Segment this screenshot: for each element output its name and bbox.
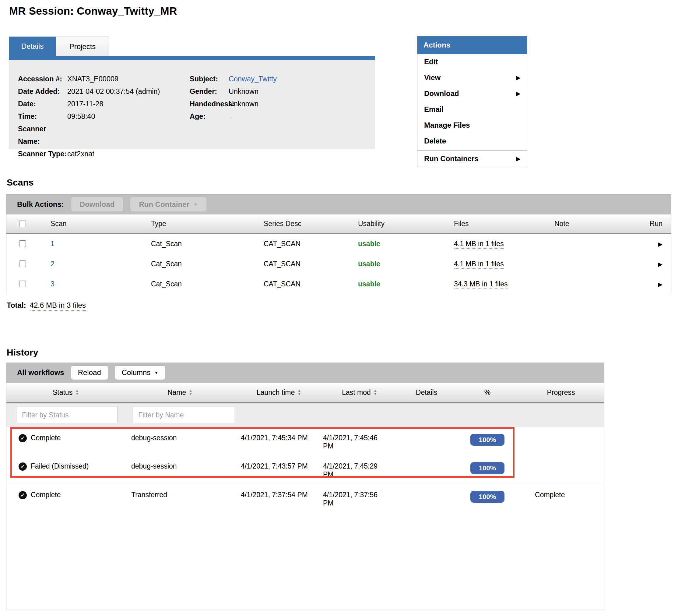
- filter-name-input[interactable]: [133, 407, 234, 423]
- action-view[interactable]: View ▶: [417, 70, 527, 86]
- action-delete[interactable]: Delete: [417, 133, 527, 149]
- scan-select-cell: [6, 261, 44, 267]
- field-label: Age:: [190, 110, 229, 123]
- actions-menu-main: Actions Edit View ▶ Download ▶ Email Man…: [417, 36, 527, 149]
- tab-details[interactable]: Details: [9, 37, 56, 56]
- scans-col-scan: Scan: [44, 220, 145, 228]
- field-label: Handedness:: [190, 98, 229, 110]
- scan-select-cell: [6, 240, 44, 247]
- bulk-download-button[interactable]: Download: [71, 197, 123, 212]
- columns-label: Columns: [122, 368, 151, 377]
- history-toolbar: All workflows Reload Columns ▼: [6, 362, 604, 383]
- status-check-icon: ✓: [19, 462, 27, 471]
- scan-checkbox[interactable]: [19, 281, 26, 287]
- progress-cell: Complete: [518, 484, 604, 499]
- history-col-launch-time[interactable]: Launch time ▲▼: [235, 389, 323, 397]
- field-label: Scanner Name:: [18, 123, 67, 148]
- col-label: Last mod: [342, 389, 371, 397]
- scan-table-row: 2 Cat_Scan CAT_SCAN usable 4.1 MB in 1 f…: [6, 254, 671, 274]
- status-text: Complete: [31, 491, 61, 499]
- scan-usability: usable: [358, 260, 380, 268]
- scans-bulk-actions-bar: Bulk Actions: Download Run Container ▼: [6, 194, 671, 215]
- action-manage-files[interactable]: Manage Files: [417, 117, 527, 133]
- history-filter-row: [6, 403, 604, 427]
- col-label: Launch time: [257, 389, 295, 397]
- launch-time: 4/1/2021, 7:43:57 PM: [235, 456, 323, 470]
- run-scan-icon[interactable]: ▶: [658, 281, 662, 288]
- action-edit[interactable]: Edit: [417, 54, 527, 70]
- history-col-percent: %: [457, 389, 518, 397]
- tab-projects[interactable]: Projects: [56, 37, 109, 56]
- bulk-run-container-button[interactable]: Run Container ▼: [130, 197, 206, 212]
- field-value: 2017-11-28: [67, 98, 103, 110]
- field-label: Date Added:: [18, 85, 67, 98]
- scan-id-link[interactable]: 2: [50, 260, 54, 268]
- scan-id-link[interactable]: 1: [50, 240, 54, 248]
- field-value: Unknown: [229, 85, 258, 98]
- scans-panel: Bulk Actions: Download Run Container ▼ S…: [6, 194, 671, 294]
- percent-badge: 100%: [470, 491, 504, 503]
- history-panel: All workflows Reload Columns ▼ Status ▲▼…: [6, 362, 604, 610]
- scan-checkbox[interactable]: [19, 240, 26, 247]
- sort-icon: ▲▼: [75, 389, 79, 396]
- scan-checkbox[interactable]: [19, 261, 26, 267]
- submenu-arrow-icon: ▶: [516, 90, 520, 97]
- details-cell: [396, 484, 457, 491]
- scan-files-link[interactable]: 34.3 MB in 1 files: [454, 280, 507, 289]
- scan-series-desc: CAT_SCAN: [257, 240, 352, 248]
- scan-files-link[interactable]: 4.1 MB in 1 files: [454, 260, 504, 269]
- field-value: --: [229, 110, 233, 123]
- run-scan-icon[interactable]: ▶: [658, 241, 662, 247]
- scan-id-link[interactable]: 3: [50, 280, 54, 288]
- field-date-added: Date Added: 2021-04-02 00:37:54 (admin): [18, 85, 182, 98]
- chevron-down-icon: ▼: [193, 202, 198, 207]
- filter-status-input[interactable]: [17, 407, 118, 423]
- history-col-name[interactable]: Name ▲▼: [125, 389, 235, 397]
- workflow-name: debug-session: [125, 427, 235, 442]
- tab-accent-strip: [9, 56, 375, 60]
- scans-col-run: Run: [649, 220, 671, 228]
- col-label: Progress: [547, 389, 575, 397]
- scan-usability: usable: [358, 240, 380, 248]
- select-all-checkbox[interactable]: [19, 221, 26, 227]
- status-text: Failed (Dismissed): [31, 462, 89, 470]
- action-label: Manage Files: [424, 121, 470, 130]
- reload-button[interactable]: Reload: [71, 365, 108, 380]
- launch-time: 4/1/2021, 7:45:34 PM: [235, 427, 323, 442]
- scan-select-cell: [6, 281, 44, 287]
- action-download[interactable]: Download ▶: [417, 86, 527, 102]
- columns-button[interactable]: Columns ▼: [115, 365, 166, 380]
- history-col-last-mod[interactable]: Last mod ▲▼: [323, 389, 396, 397]
- select-all-cell: [6, 221, 44, 227]
- page-title: MR Session: Conway_Twitty_MR: [9, 5, 177, 17]
- field-date: Date: 2017-11-28: [18, 98, 182, 110]
- field-label: Scanner Type:: [18, 148, 67, 160]
- field-accession: Accession #: XNAT3_E00009: [18, 73, 182, 85]
- sort-icon: ▲▼: [297, 389, 301, 396]
- percent-badge: 100%: [470, 462, 504, 474]
- field-age: Age: --: [190, 110, 360, 123]
- history-col-status[interactable]: Status ▲▼: [6, 389, 125, 397]
- details-right-column: Subject: Conway_Twitty Gender: Unknown H…: [190, 73, 360, 123]
- scan-usability: usable: [358, 280, 380, 288]
- last-mod: 4/1/2021, 7:45:46 PM: [323, 427, 396, 450]
- action-run-containers[interactable]: Run Containers ▶: [417, 151, 527, 167]
- tab-bar: Details Projects: [9, 37, 109, 56]
- bulk-actions-label: Bulk Actions:: [17, 200, 64, 209]
- bulk-run-container-label: Run Container: [139, 200, 189, 209]
- total-files-link[interactable]: 42.6 MB in 3 files: [30, 301, 86, 311]
- field-scanner-type: Scanner Type: cat2xnat: [18, 148, 182, 160]
- col-label: Details: [416, 389, 437, 397]
- action-label: Run Containers: [424, 154, 479, 163]
- details-cell: [396, 456, 457, 462]
- last-mod: 4/1/2021, 7:37:56 PM: [323, 484, 396, 507]
- action-email[interactable]: Email: [417, 102, 527, 117]
- action-label: Download: [424, 89, 459, 98]
- run-scan-icon[interactable]: ▶: [658, 261, 662, 267]
- scan-type: Cat_Scan: [145, 280, 257, 288]
- progress-cell: [518, 427, 604, 434]
- workflow-name: debug-session: [125, 456, 235, 470]
- subject-link[interactable]: Conway_Twitty: [229, 73, 277, 85]
- action-label: Delete: [424, 137, 446, 145]
- scan-files-link[interactable]: 4.1 MB in 1 files: [454, 240, 504, 249]
